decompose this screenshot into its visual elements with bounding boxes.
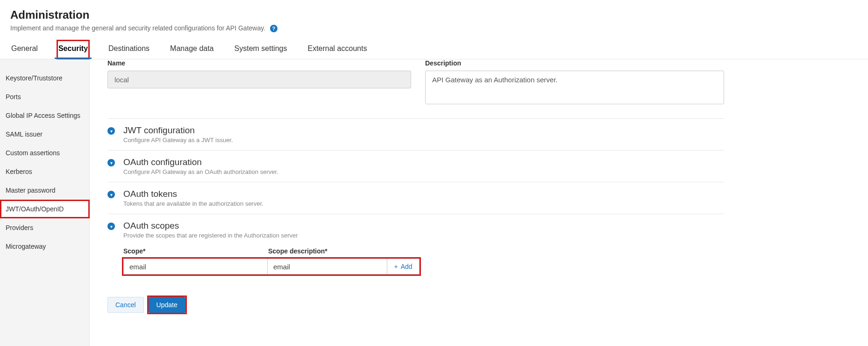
name-label: Name — [107, 59, 411, 67]
sidebar-item-microgateway[interactable]: Microgateway — [0, 237, 89, 256]
description-label: Description — [425, 59, 724, 67]
accordion-header-oauth-tokens[interactable]: ▾ OAuth tokens Tokens that are available… — [107, 189, 724, 207]
scope-block: Scope* Scope description* + Add — [123, 247, 724, 274]
sidebar-item-kerberos[interactable]: Kerberos — [0, 162, 89, 181]
page-subtitle: Implement and manage the general and sec… — [10, 24, 858, 32]
chevron-down-icon: ▾ — [107, 127, 115, 135]
chevron-down-icon: ▾ — [107, 191, 115, 198]
accordion-oauth-scopes: ▾ OAuth scopes Provide the scopes that a… — [107, 214, 724, 281]
sidebar-item-jwt-oauth-openid[interactable]: JWT/OAuth/OpenID — [0, 200, 90, 218]
accordion-header-oauth-scopes[interactable]: ▾ OAuth scopes Provide the scopes that a… — [107, 221, 724, 239]
plus-icon: + — [394, 263, 398, 270]
content: Name Description ▾ JWT configuration Con… — [90, 59, 868, 346]
chevron-down-icon: ▾ — [107, 159, 115, 166]
tab-security[interactable]: Security — [57, 41, 89, 58]
accordion-header-oauth-config[interactable]: ▾ OAuth configuration Configure API Gate… — [107, 157, 724, 175]
scope-input[interactable] — [123, 259, 265, 274]
accordion-subtitle: Provide the scopes that are registered i… — [123, 232, 298, 239]
accordion-title: JWT configuration — [123, 125, 233, 136]
accordion-oauth-config: ▾ OAuth configuration Configure API Gate… — [107, 150, 724, 182]
accordion-jwt-config: ▾ JWT configuration Configure API Gatewa… — [107, 118, 724, 150]
accordion-title: OAuth scopes — [123, 221, 298, 231]
scope-label: Scope* — [123, 247, 268, 255]
cancel-button[interactable]: Cancel — [107, 297, 144, 313]
footer-buttons: Cancel Update — [107, 297, 859, 313]
page-subtitle-text: Implement and manage the general and sec… — [10, 24, 265, 32]
accordion-subtitle: Configure API Gateway as a JWT issuer. — [123, 137, 233, 144]
sidebar-item-master-password[interactable]: Master password — [0, 181, 89, 200]
update-button[interactable]: Update — [149, 297, 185, 313]
accordion-title: OAuth tokens — [123, 189, 263, 199]
tab-system-settings[interactable]: System settings — [234, 41, 288, 58]
accordion-subtitle: Tokens that are available in the authori… — [123, 200, 263, 207]
add-label: Add — [401, 263, 413, 270]
tab-manage-data[interactable]: Manage data — [169, 41, 214, 58]
help-icon[interactable]: ? — [270, 25, 277, 32]
accordion-title: OAuth configuration — [123, 157, 278, 167]
accordion-subtitle: Configure API Gateway as an OAuth author… — [123, 168, 278, 175]
sidebar-item-saml[interactable]: SAML issuer — [0, 125, 89, 144]
sidebar: Keystore/Truststore Ports Global IP Acce… — [0, 59, 90, 346]
page-title: Administration — [10, 8, 858, 22]
tab-external-accounts[interactable]: External accounts — [306, 41, 368, 58]
description-input[interactable] — [425, 71, 724, 104]
sidebar-item-ports[interactable]: Ports — [0, 87, 89, 106]
name-input[interactable] — [107, 71, 411, 88]
sidebar-item-custom-assertions[interactable]: Custom assertions — [0, 144, 89, 162]
tabs: General Security Destinations Manage dat… — [10, 41, 858, 59]
scope-description-input[interactable] — [267, 259, 387, 274]
sidebar-item-keystore[interactable]: Keystore/Truststore — [0, 69, 89, 87]
sidebar-item-providers[interactable]: Providers — [0, 218, 89, 237]
scope-desc-label: Scope description* — [268, 247, 327, 255]
sidebar-item-global-ip[interactable]: Global IP Access Settings — [0, 106, 89, 125]
tab-general[interactable]: General — [10, 41, 39, 58]
add-scope-button[interactable]: + Add — [387, 259, 420, 274]
accordion-header-jwt[interactable]: ▾ JWT configuration Configure API Gatewa… — [107, 125, 724, 144]
chevron-down-icon: ▾ — [107, 223, 115, 230]
accordion-oauth-tokens: ▾ OAuth tokens Tokens that are available… — [107, 182, 724, 214]
tab-destinations[interactable]: Destinations — [107, 41, 150, 58]
